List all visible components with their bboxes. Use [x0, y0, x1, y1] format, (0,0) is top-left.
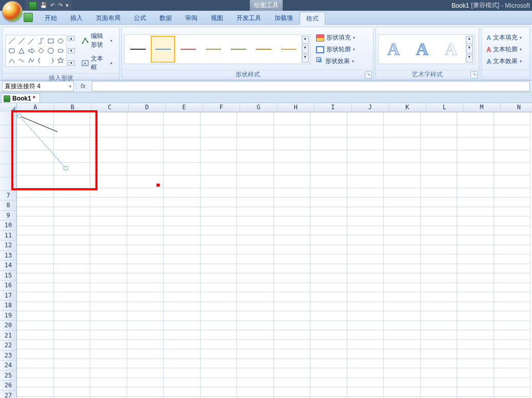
row-header[interactable] [0, 138, 17, 151]
column-header[interactable]: F [203, 103, 241, 112]
qat-more-button[interactable]: ▾ [66, 2, 69, 9]
row-header[interactable] [0, 125, 17, 138]
row-header[interactable]: 16 [0, 281, 17, 291]
row-header[interactable]: 17 [0, 291, 17, 301]
text-fill-button[interactable]: A 文本填充 ▾ [484, 32, 526, 43]
column-header[interactable]: H [278, 103, 315, 112]
gallery-up-button[interactable]: ▴ [68, 36, 75, 41]
row-header[interactable]: 8 [0, 201, 17, 211]
textbox-button[interactable]: A 文本框 ▾ [79, 53, 117, 73]
shape-line-icon[interactable] [7, 36, 16, 46]
column-header[interactable]: D [129, 103, 166, 112]
tab-page-layout[interactable]: 页面布局 [89, 11, 127, 24]
row-header[interactable]: 22 [0, 341, 17, 351]
dialog-launcher-button[interactable]: ↘ [470, 71, 478, 78]
shape-style-swatch[interactable] [151, 36, 175, 63]
wordart-gallery[interactable]: A A A ▴ ▾ ▾ [378, 34, 475, 64]
column-header[interactable]: I [314, 103, 352, 112]
shape-brace2-icon[interactable] [46, 56, 55, 65]
shape-style-swatch[interactable] [126, 36, 150, 63]
column-header[interactable]: G [240, 103, 278, 112]
row-header[interactable]: 7 [0, 191, 17, 201]
wordart-style-1[interactable]: A [380, 36, 407, 63]
worksheet-grid[interactable]: ABCDEFGHIJKLMN 7891011121314151617181920… [0, 103, 532, 398]
row-header[interactable]: 9 [0, 211, 17, 221]
name-box[interactable]: 直接连接符 4 ▾ [2, 81, 74, 91]
shape-outline-button[interactable]: 形状轮廓 ▾ [313, 44, 360, 55]
shape-arrow-icon[interactable] [27, 36, 36, 46]
text-effects-button[interactable]: A 文本效果 ▾ [484, 56, 526, 67]
shapes-grid[interactable] [6, 35, 67, 67]
shape-diamond-icon[interactable] [36, 46, 46, 55]
shape-fill-button[interactable]: 形状填充 ▾ [313, 32, 360, 43]
row-header[interactable]: 12 [0, 241, 17, 251]
tab-home[interactable]: 开始 [38, 11, 64, 24]
row-header[interactable]: 21 [0, 331, 17, 341]
row-header[interactable] [0, 177, 17, 191]
column-header[interactable]: M [463, 103, 501, 112]
shape-curve-icon[interactable] [7, 56, 16, 65]
tab-addins[interactable]: 加载项 [268, 11, 300, 24]
gallery-up-button[interactable]: ▴ [466, 36, 473, 44]
cells-area[interactable] [16, 112, 532, 398]
shape-style-swatch[interactable] [176, 36, 200, 63]
column-header[interactable]: J [352, 103, 389, 112]
row-header[interactable] [0, 164, 17, 177]
gallery-more-button[interactable]: ▾ [68, 61, 75, 66]
wordart-style-3[interactable]: A [437, 36, 465, 63]
column-header[interactable]: N [501, 103, 533, 112]
wordart-style-2[interactable]: A [408, 36, 436, 63]
gallery-down-button[interactable]: ▾ [466, 45, 473, 53]
gallery-up-button[interactable]: ▴ [302, 36, 309, 44]
gallery-more-button[interactable]: ▾ [466, 54, 473, 63]
office-button[interactable] [2, 1, 23, 22]
column-header[interactable]: K [389, 103, 426, 112]
tab-view[interactable]: 视图 [204, 11, 230, 24]
tab-format[interactable]: 格式 [300, 12, 325, 25]
column-header[interactable]: B [54, 103, 92, 112]
redo-button[interactable]: ↷ [58, 2, 63, 9]
row-header[interactable]: 24 [0, 361, 17, 371]
row-header[interactable]: 15 [0, 271, 17, 281]
row-header[interactable]: 13 [0, 251, 17, 261]
row-header[interactable]: 20 [0, 321, 17, 331]
row-header[interactable] [0, 151, 17, 165]
row-header[interactable]: 27 [0, 391, 17, 398]
row-header[interactable]: 23 [0, 351, 17, 361]
name-box-dropdown[interactable]: ▾ [69, 84, 71, 89]
shape-style-gallery[interactable]: ▴▾▾ [124, 34, 310, 64]
gallery-down-button[interactable]: ▾ [68, 48, 75, 53]
shape-style-swatch[interactable] [201, 36, 225, 63]
workbook-tab[interactable]: Book1 * [1, 93, 40, 103]
tab-insert[interactable]: 插入 [64, 11, 89, 24]
shape-oval-icon[interactable] [56, 36, 65, 46]
column-header[interactable]: E [166, 103, 203, 112]
tab-developer[interactable]: 开发工具 [230, 11, 268, 24]
edit-shape-button[interactable]: 编辑形状 ▾ [79, 30, 117, 51]
save-button[interactable]: 💾 [40, 2, 47, 9]
row-header[interactable]: 14 [0, 261, 17, 271]
tab-data[interactable]: 数据 [153, 11, 179, 24]
row-header[interactable]: 25 [0, 371, 17, 381]
dialog-launcher-button[interactable]: ↘ [365, 71, 372, 78]
shape-line-icon[interactable] [17, 36, 26, 46]
column-header[interactable]: L [426, 103, 464, 112]
shapes-gallery-scroll[interactable]: ▴ ▾ ▾ [68, 35, 75, 67]
shape-rarrow-icon[interactable] [27, 46, 36, 55]
select-all-corner[interactable] [0, 103, 17, 112]
row-header[interactable]: 10 [0, 221, 17, 231]
tab-formulas[interactable]: 公式 [127, 11, 153, 24]
shape-star-icon[interactable] [56, 56, 65, 65]
shape-hex-icon[interactable] [46, 46, 55, 55]
undo-button[interactable]: ↶ [50, 2, 55, 9]
shape-rect-icon[interactable] [46, 36, 55, 46]
fx-button[interactable]: fx [76, 83, 90, 90]
shape-style-swatch[interactable] [277, 36, 301, 63]
row-header[interactable]: 26 [0, 381, 17, 391]
column-header[interactable]: A [17, 103, 54, 112]
row-header[interactable]: 18 [0, 301, 17, 311]
shape-style-swatch[interactable] [226, 36, 250, 63]
row-header[interactable]: 19 [0, 311, 17, 321]
wordart-gallery-scroll[interactable]: ▴ ▾ ▾ [466, 36, 473, 63]
shape-effects-button[interactable]: 形状效果 ▾ [313, 56, 360, 67]
